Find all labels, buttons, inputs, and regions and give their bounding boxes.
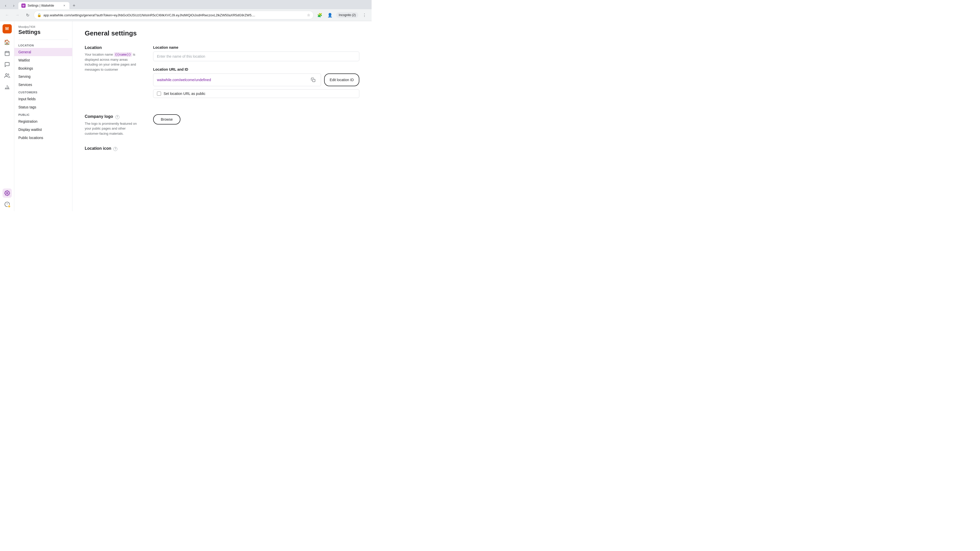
people-nav-btn[interactable]: [3, 71, 12, 80]
address-text: app.waitwhile.com/settings/general?authT…: [43, 13, 305, 17]
location-description-text: Your location name {{name}} is displayed…: [85, 52, 141, 72]
customers-section-label: Customers: [14, 89, 72, 95]
chart-nav-btn[interactable]: [3, 83, 12, 92]
profile-pic-btn[interactable]: 👤: [326, 11, 334, 19]
tab-back-btn[interactable]: ‹: [2, 2, 9, 9]
sidebar-divider: [18, 40, 68, 40]
logo-heading: Company logo ?: [85, 114, 141, 119]
refresh-btn[interactable]: ↻: [24, 11, 32, 19]
logo-description: Company logo ? The logo is prominently f…: [85, 114, 141, 136]
sidebar-item-serving[interactable]: Serving: [14, 73, 72, 81]
url-and-edit-row: waitwhile.com/welcome/undefined Edit loc…: [153, 73, 360, 86]
page-title: General settings: [85, 29, 360, 37]
sidebar-item-registration[interactable]: Registration: [14, 118, 72, 125]
icon-fields: [153, 146, 360, 153]
calendar-nav-btn[interactable]: [3, 49, 12, 58]
location-fields: Location name Location URL and ID waitwh…: [153, 45, 360, 104]
sidebar-item-input-fields[interactable]: Input fields: [14, 95, 72, 103]
sidebar-title: Settings: [18, 29, 68, 35]
sidebar-item-services[interactable]: Services: [14, 81, 72, 89]
icon-section: Location icon ?: [85, 146, 360, 153]
lock-icon: 🔒: [37, 13, 41, 17]
public-url-checkbox-row[interactable]: Set location URL as public: [153, 89, 360, 98]
location-url-field-group: Location URL and ID waitwhile.com/welcom…: [153, 67, 360, 98]
icon-sidebar-bottom: [3, 189, 12, 209]
sidebar-item-display-waitlist[interactable]: Display waitlist: [14, 125, 72, 134]
active-tab[interactable]: M Settings | Waitwhile ×: [18, 2, 69, 9]
public-section-label: Public: [14, 111, 72, 118]
nav-sidebar: Moodjoy7434 Settings Location General Wa…: [14, 21, 73, 211]
browser-chrome: ‹ › M Settings | Waitwhile × + ← → ↻ 🔒 a…: [0, 0, 372, 21]
incognito-label: Incognito (2): [339, 13, 356, 17]
incognito-btn[interactable]: Incognito (2): [336, 12, 358, 18]
address-bar[interactable]: 🔒 app.waitwhile.com/settings/general?aut…: [34, 11, 313, 19]
forward-btn[interactable]: →: [13, 11, 21, 19]
sidebar-item-status-tags[interactable]: Status tags: [14, 103, 72, 111]
tab-favicon: M: [21, 3, 25, 8]
svg-rect-13: [313, 79, 315, 82]
more-btn[interactable]: ⋮: [360, 11, 369, 19]
sidebar-item-bookings[interactable]: Bookings: [14, 64, 72, 73]
location-url-link[interactable]: waitwhile.com/welcome/undefined: [157, 78, 307, 82]
browse-logo-btn[interactable]: Browse: [153, 114, 180, 124]
location-heading: Location: [85, 45, 141, 50]
icon-heading: Location icon ?: [85, 146, 141, 151]
location-section: Location Your location name {{name}} is …: [85, 45, 360, 104]
chat-nav-btn[interactable]: [3, 60, 12, 69]
public-url-checkbox[interactable]: [157, 92, 161, 96]
notification-btn[interactable]: [3, 200, 12, 209]
logo-fields: Browse: [153, 114, 360, 136]
address-bar-row: ← → ↻ 🔒 app.waitwhile.com/settings/gener…: [0, 9, 372, 21]
sidebar-item-public-locations[interactable]: Public locations: [14, 134, 72, 142]
location-name-label: Location name: [153, 45, 360, 49]
location-name-input[interactable]: [153, 52, 360, 61]
copy-url-btn[interactable]: [309, 76, 317, 84]
location-name-field-group: Location name: [153, 45, 360, 61]
tab-title: Settings | Waitwhile: [27, 4, 60, 7]
sidebar-user: Moodjoy7434: [18, 25, 68, 28]
tab-close-btn[interactable]: ×: [62, 3, 66, 8]
logo-section: Company logo ? The logo is prominently f…: [85, 114, 360, 136]
location-description: Location Your location name {{name}} is …: [85, 45, 141, 104]
logo-description-text: The logo is prominently featured on your…: [85, 121, 141, 136]
svg-point-9: [6, 192, 8, 194]
sidebar-item-general[interactable]: General: [14, 48, 72, 56]
new-tab-btn[interactable]: +: [70, 2, 78, 9]
main-content: General settings Location Your location …: [73, 21, 372, 211]
icon-sidebar: M 🏠: [0, 21, 14, 211]
tab-bar: ‹ › M Settings | Waitwhile × +: [0, 0, 372, 9]
url-box: waitwhile.com/welcome/undefined: [153, 73, 321, 86]
icon-description: Location icon ?: [85, 146, 141, 153]
logo-help-icon[interactable]: ?: [115, 115, 119, 119]
tab-forward-btn[interactable]: ›: [10, 2, 18, 9]
location-url-label: Location URL and ID: [153, 67, 360, 71]
public-url-label: Set location URL as public: [164, 92, 205, 96]
icon-help-icon[interactable]: ?: [113, 147, 118, 151]
app-logo[interactable]: M: [3, 24, 12, 33]
settings-nav-btn[interactable]: [3, 189, 12, 198]
bookmark-icon: ☆: [307, 13, 310, 17]
home-nav-btn[interactable]: 🏠: [3, 38, 12, 47]
back-btn[interactable]: ←: [3, 11, 11, 19]
location-section-label: Location: [14, 42, 72, 48]
svg-rect-0: [5, 52, 9, 56]
extensions-btn[interactable]: 🧩: [316, 11, 324, 19]
app-container: M 🏠: [0, 21, 372, 211]
svg-point-4: [5, 74, 7, 76]
edit-location-id-btn[interactable]: Edit location ID: [324, 73, 360, 86]
sidebar-header: Moodjoy7434 Settings: [14, 25, 72, 40]
sidebar-item-waitlist[interactable]: Waitlist: [14, 56, 72, 64]
